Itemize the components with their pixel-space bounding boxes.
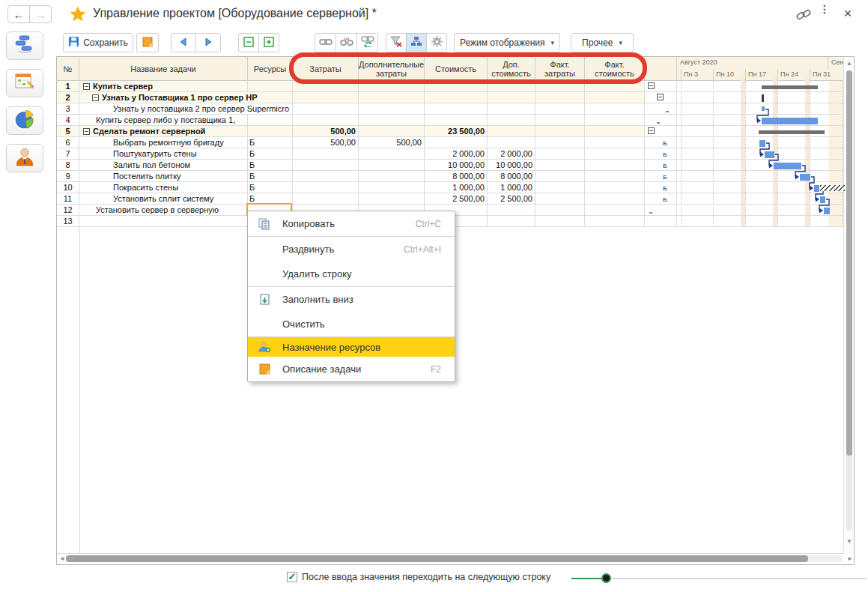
cell-addprice[interactable] bbox=[488, 205, 535, 215]
cell-addcost[interactable] bbox=[359, 160, 425, 170]
cell-factprice[interactable] bbox=[585, 182, 645, 193]
column-header-num[interactable]: № bbox=[57, 57, 79, 81]
next-row-checkbox[interactable]: ✓ bbox=[287, 572, 297, 582]
row-number[interactable]: 4 bbox=[57, 115, 79, 125]
back-button[interactable]: ← bbox=[7, 5, 30, 23]
cell-price[interactable]: 23 500,00 bbox=[425, 126, 488, 136]
row-number[interactable]: 2 bbox=[57, 92, 79, 103]
forward-button[interactable]: → bbox=[29, 5, 52, 23]
cell-factcost[interactable] bbox=[535, 115, 585, 125]
collapse-box-icon[interactable] bbox=[83, 83, 90, 90]
cell-addprice[interactable]: 8 000,00 bbox=[488, 171, 535, 181]
cell-cost[interactable] bbox=[293, 115, 359, 125]
cell-res[interactable] bbox=[248, 126, 293, 136]
cell-addprice[interactable]: 10 000,00 bbox=[488, 160, 535, 170]
cell-addcost[interactable] bbox=[359, 171, 425, 181]
menu-item-3[interactable]: Удалить строку bbox=[248, 262, 455, 286]
slider-empty-track[interactable] bbox=[610, 578, 867, 579]
cell-task-name[interactable]: Узнать у поставщика 2 про сервер Supermi… bbox=[79, 103, 248, 114]
menu-item-2[interactable]: РаздвинутьCtrl+Alt+I bbox=[248, 237, 455, 262]
cell-factcost[interactable] bbox=[535, 81, 585, 91]
menu-item-0[interactable]: КопироватьCtrl+C bbox=[248, 211, 455, 236]
vertical-scrollbar[interactable]: ▲ ▼ bbox=[843, 57, 854, 554]
row-number[interactable]: 6 bbox=[57, 137, 79, 148]
cell-res[interactable]: Б bbox=[248, 160, 293, 170]
cell-factprice[interactable] bbox=[585, 171, 645, 181]
cell-factprice[interactable] bbox=[585, 148, 645, 159]
horizontal-scroll-thumb[interactable] bbox=[66, 555, 808, 562]
cell-addprice[interactable] bbox=[488, 137, 535, 148]
cell-factcost[interactable] bbox=[535, 216, 585, 226]
cell-task-name[interactable]: Купить сервер bbox=[79, 81, 248, 91]
sidebar-item-gantt[interactable] bbox=[6, 31, 43, 60]
row-number[interactable]: 9 bbox=[57, 171, 79, 181]
collapse-button[interactable] bbox=[238, 33, 259, 52]
cell-factcost[interactable] bbox=[535, 126, 585, 136]
structure-view-button[interactable] bbox=[406, 33, 427, 52]
cell-addprice[interactable] bbox=[488, 103, 535, 114]
cell-res[interactable]: Б bbox=[248, 137, 293, 148]
link-tasks-button[interactable] bbox=[315, 33, 336, 52]
cell-factprice[interactable] bbox=[585, 193, 645, 204]
save-button[interactable]: Сохранить bbox=[63, 33, 133, 52]
cell-factprice[interactable] bbox=[585, 115, 645, 125]
cell-res[interactable] bbox=[248, 115, 293, 125]
cell-factprice[interactable] bbox=[585, 81, 645, 91]
column-header-factprice[interactable]: Факт. стоимость bbox=[585, 57, 645, 81]
vertical-scroll-thumb[interactable] bbox=[846, 70, 852, 456]
row-number[interactable]: 13 bbox=[57, 216, 79, 226]
collapse-box-icon[interactable] bbox=[83, 128, 90, 135]
cell-task-name[interactable]: Выбрать ремонтную бригаду bbox=[79, 137, 248, 148]
cell-addcost[interactable] bbox=[359, 115, 425, 125]
column-header-cost[interactable]: Затраты bbox=[293, 57, 359, 81]
cell-addprice[interactable] bbox=[488, 216, 535, 226]
cell-factprice[interactable] bbox=[585, 103, 645, 114]
cell-factcost[interactable] bbox=[535, 137, 585, 148]
cell-addprice[interactable] bbox=[488, 126, 535, 136]
move-right-button[interactable] bbox=[195, 33, 221, 52]
cell-factprice[interactable] bbox=[585, 126, 645, 136]
collapse-box-icon[interactable] bbox=[657, 94, 664, 100]
gantt-bar-task-row12[interactable] bbox=[824, 208, 830, 214]
cell-addcost[interactable] bbox=[359, 193, 425, 204]
scroll-left-icon[interactable]: ◄ bbox=[58, 555, 66, 564]
cell-factprice[interactable] bbox=[585, 92, 645, 103]
cell-cost[interactable] bbox=[293, 160, 359, 170]
slider-knob[interactable] bbox=[601, 573, 611, 583]
move-left-button[interactable] bbox=[171, 33, 196, 52]
cell-res[interactable]: Б bbox=[248, 182, 293, 193]
cell-price[interactable] bbox=[425, 103, 488, 114]
unlink-tasks-button[interactable] bbox=[336, 33, 357, 52]
collapse-box-icon[interactable] bbox=[92, 94, 99, 101]
column-header-name[interactable]: Название задачи bbox=[79, 57, 248, 81]
cell-task-name[interactable]: Узнать у Поставщика 1 про сервер HP bbox=[79, 92, 248, 103]
sidebar-item-resources[interactable] bbox=[6, 144, 43, 172]
gantt-bar-task-row10[interactable] bbox=[814, 185, 819, 192]
row-number[interactable]: 3 bbox=[57, 103, 79, 114]
cell-addprice[interactable] bbox=[488, 92, 535, 103]
cell-addcost[interactable] bbox=[359, 92, 425, 103]
cell-factcost[interactable] bbox=[535, 171, 585, 181]
cell-cost[interactable]: 500,00 bbox=[293, 137, 359, 148]
cell-task-name[interactable]: Купить сервер либо у поставщика 1, bbox=[79, 115, 248, 125]
row-number[interactable]: 5 bbox=[57, 126, 79, 136]
cell-factcost[interactable] bbox=[535, 193, 585, 204]
cell-task-name[interactable]: Установить сервер в серверную bbox=[79, 205, 248, 215]
menu-item-6[interactable]: Очистить bbox=[248, 312, 455, 336]
row-number[interactable]: 1 bbox=[57, 81, 79, 91]
close-icon[interactable]: × bbox=[840, 6, 855, 21]
cell-factcost[interactable] bbox=[535, 103, 585, 114]
gantt-bar-task-row4[interactable] bbox=[762, 118, 818, 124]
link-icon[interactable] bbox=[795, 7, 812, 22]
cell-price[interactable]: 1 000,00 bbox=[425, 182, 488, 193]
task-description-button[interactable] bbox=[136, 33, 159, 52]
row-number[interactable]: 7 bbox=[57, 148, 79, 159]
cell-addprice[interactable] bbox=[488, 81, 535, 91]
cell-addcost[interactable] bbox=[359, 148, 425, 159]
gantt-bar-task-row7[interactable] bbox=[765, 151, 774, 158]
cell-price[interactable] bbox=[425, 81, 488, 91]
cell-factprice[interactable] bbox=[585, 137, 645, 148]
settings-gear-button[interactable] bbox=[426, 33, 447, 52]
cell-cost[interactable] bbox=[293, 103, 359, 114]
cell-cost[interactable]: 500,00 bbox=[293, 126, 359, 136]
